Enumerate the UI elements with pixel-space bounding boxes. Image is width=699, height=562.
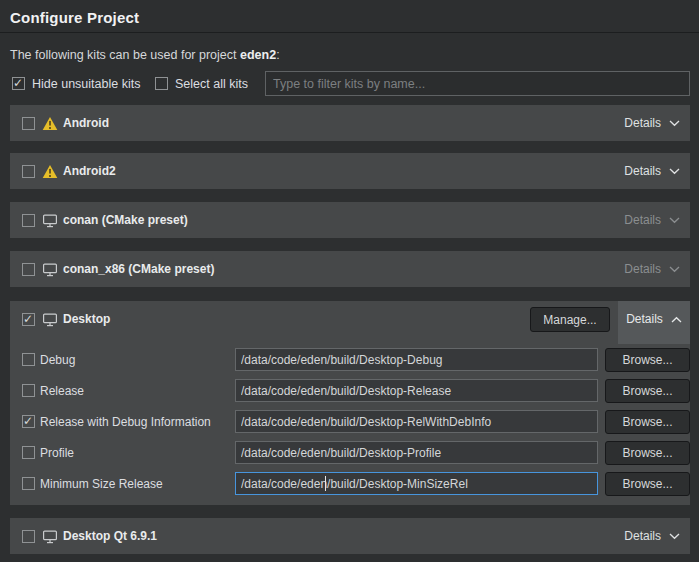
kit-name: conan (CMake preset)	[63, 213, 188, 227]
details-toggle[interactable]: Details	[624, 116, 680, 130]
kit-row-conan: conan (CMake preset) Details	[10, 202, 690, 238]
page-title: Configure Project	[0, 0, 699, 26]
build-dir-input[interactable]	[235, 410, 598, 433]
build-dir-input[interactable]	[235, 441, 598, 464]
build-config-row-debug: Debug Browse...	[10, 345, 690, 376]
configure-project-page: Configure Project The following kits can…	[0, 0, 699, 562]
config-checkbox[interactable]	[22, 477, 35, 490]
text-caret	[325, 476, 326, 491]
build-config-row-profile: Profile Browse...	[10, 438, 690, 469]
config-label[interactable]: Release	[40, 376, 84, 406]
chevron-up-icon	[671, 316, 682, 323]
kit-filter-input[interactable]	[265, 71, 690, 96]
build-config-row-release: Release Browse...	[10, 376, 690, 407]
config-label[interactable]: Minimum Size Release	[40, 469, 163, 499]
desktop-icon	[42, 262, 58, 277]
build-config-row-minsizerel: Minimum Size Release Browse...	[10, 469, 690, 500]
browse-button[interactable]: Browse...	[605, 410, 690, 434]
config-label[interactable]: Profile	[40, 438, 74, 468]
kit-row-android2: Android2 Details	[10, 153, 690, 189]
kit-checkbox[interactable]	[22, 530, 35, 543]
details-toggle[interactable]: Details	[624, 164, 680, 178]
intro-text: The following kits can be used for proje…	[10, 48, 280, 62]
build-dir-input[interactable]	[235, 472, 598, 495]
hide-unsuitable-kits-label[interactable]: Hide unsuitable kits	[32, 77, 140, 91]
details-toggle[interactable]: Details	[624, 262, 680, 276]
kit-checkbox[interactable]	[22, 117, 35, 130]
build-config-row-relwithdebinfo: Release with Debug Information Browse...	[10, 407, 690, 438]
select-all-kits-label[interactable]: Select all kits	[175, 77, 248, 91]
chevron-down-icon	[669, 533, 680, 540]
select-all-kits-checkbox[interactable]: Select all kits	[155, 71, 248, 96]
details-toggle-expanded[interactable]: Details	[618, 301, 690, 344]
warning-icon	[42, 164, 58, 179]
desktop-icon	[42, 312, 58, 327]
chevron-down-icon	[669, 168, 680, 175]
build-dir-field	[235, 379, 598, 402]
build-dir-field-focused	[235, 472, 598, 495]
config-checkbox[interactable]	[22, 353, 35, 366]
kit-row-android: Android Details	[10, 105, 690, 141]
kit-row-desktop-expanded: Desktop Manage... Details Debug Browse..…	[10, 301, 690, 505]
kit-name: Android2	[63, 164, 116, 178]
browse-button[interactable]: Browse...	[605, 379, 690, 403]
kit-name: Android	[63, 116, 109, 130]
browse-button[interactable]: Browse...	[605, 441, 690, 465]
hide-unsuitable-kits-checkbox[interactable]: Hide unsuitable kits	[12, 71, 140, 96]
filter-bar: Hide unsuitable kits Select all kits	[0, 71, 699, 96]
kit-row-desktop-qt: Desktop Qt 6.9.1 Details	[10, 518, 690, 554]
build-dir-input[interactable]	[235, 379, 598, 402]
kit-name: conan_x86 (CMake preset)	[63, 262, 214, 276]
kit-row-conan-x86: conan_x86 (CMake preset) Details	[10, 251, 690, 287]
warning-icon	[42, 116, 58, 131]
kit-checkbox[interactable]	[22, 214, 35, 227]
chevron-down-icon	[669, 217, 680, 224]
chevron-down-icon	[669, 120, 680, 127]
chevron-down-icon	[669, 266, 680, 273]
build-dir-field	[235, 410, 598, 433]
config-checkbox[interactable]	[22, 384, 35, 397]
checkbox-icon[interactable]	[12, 77, 25, 90]
project-name: eden2	[240, 48, 276, 62]
kit-name: Desktop	[63, 312, 110, 326]
details-toggle[interactable]: Details	[624, 213, 680, 227]
desktop-icon	[42, 529, 58, 544]
build-dir-field	[235, 348, 598, 371]
browse-button[interactable]: Browse...	[605, 348, 690, 372]
checkbox-icon[interactable]	[155, 77, 168, 90]
kit-checkbox[interactable]	[22, 313, 35, 326]
build-dir-field	[235, 441, 598, 464]
config-checkbox[interactable]	[22, 446, 35, 459]
config-label[interactable]: Debug	[40, 345, 75, 375]
build-dir-input[interactable]	[235, 348, 598, 371]
manage-button[interactable]: Manage...	[530, 307, 610, 332]
kit-name: Desktop Qt 6.9.1	[63, 529, 157, 543]
details-toggle[interactable]: Details	[624, 529, 680, 543]
desktop-icon	[42, 213, 58, 228]
page-header: Configure Project	[0, 0, 699, 33]
config-label[interactable]: Release with Debug Information	[40, 407, 211, 437]
config-checkbox[interactable]	[22, 415, 35, 428]
browse-button[interactable]: Browse...	[605, 472, 690, 496]
kit-checkbox[interactable]	[22, 263, 35, 276]
kit-checkbox[interactable]	[22, 165, 35, 178]
